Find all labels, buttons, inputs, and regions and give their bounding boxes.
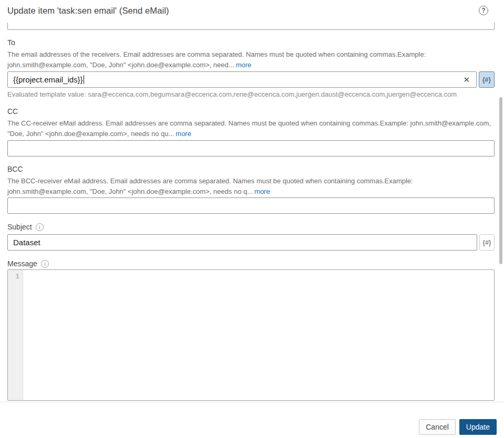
subject-info-icon[interactable]: i (36, 223, 44, 231)
dialog-title: Update item 'task:sen email' (Send eMail… (7, 6, 169, 16)
cc-label: CC (7, 108, 495, 115)
to-input[interactable]: {{project.email_ids}} ✕ (7, 71, 477, 88)
editor-line-number-gutter: 1 (8, 270, 23, 400)
bcc-more-link[interactable]: more (254, 187, 270, 195)
cc-description-text: The CC-receiver eMail address. Email add… (7, 119, 491, 138)
subject-template-toggle-button[interactable]: {#} (479, 234, 495, 251)
subject-input[interactable] (7, 234, 477, 251)
to-more-link[interactable]: more (236, 61, 252, 69)
message-label: Message (7, 260, 37, 267)
to-label: To (7, 39, 495, 46)
to-description-text: The email addresses of the receivers. Em… (7, 50, 426, 69)
message-info-icon[interactable]: i (41, 260, 49, 268)
bcc-description: The BCC-receiver eMail address. Email ad… (7, 176, 495, 197)
cancel-button[interactable]: Cancel (419, 419, 456, 435)
to-input-value: {{project.email_ids}} (13, 75, 83, 84)
vertical-scrollbar-thumb[interactable] (499, 97, 502, 264)
message-code-editor[interactable]: 1 (7, 269, 495, 401)
bcc-input[interactable] (7, 197, 495, 214)
text-cursor (84, 75, 84, 84)
subject-input-row: {#} (7, 234, 495, 251)
message-editor-content[interactable] (23, 270, 494, 400)
cc-description: The CC-receiver eMail address. Email add… (7, 118, 495, 139)
clear-icon[interactable]: ✕ (462, 76, 471, 84)
subject-label: Subject (7, 223, 32, 231)
to-input-row: {{project.email_ids}} ✕ {#} (7, 71, 495, 88)
partially-visible-input[interactable] (7, 23, 495, 30)
to-evaluated-note: Evaluated template value: sara@eccenca.c… (7, 91, 495, 98)
cc-more-link[interactable]: more (176, 130, 191, 138)
cc-input[interactable] (7, 140, 495, 157)
to-template-toggle-button[interactable]: {#} (479, 71, 495, 88)
form-scroll-area: To The email addresses of the receivers.… (0, 23, 504, 402)
update-button[interactable]: Update (459, 419, 497, 435)
help-icon[interactable]: ? (479, 6, 488, 15)
to-description: The email addresses of the receivers. Em… (7, 49, 495, 70)
bcc-description-text: The BCC-receiver eMail address. Email ad… (7, 177, 413, 195)
subject-label-row: Subject i (7, 222, 495, 232)
message-label-row: Message i (7, 259, 495, 268)
bcc-label: BCC (7, 165, 495, 173)
dialog-footer: Cancel Update (419, 419, 497, 435)
